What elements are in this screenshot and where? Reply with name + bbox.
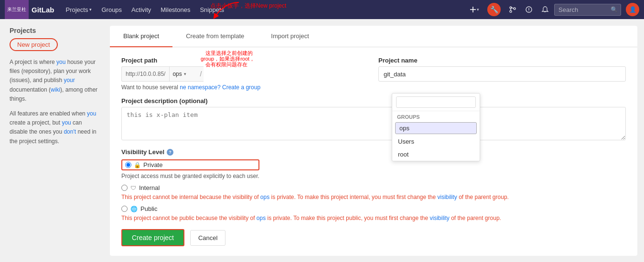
public-option-container: 🌐 Public This project cannot be public b…: [121, 205, 501, 222]
sidebar: Projects New project A project is where …: [0, 19, 110, 262]
issues-icon[interactable]: [522, 0, 536, 19]
project-desc-input[interactable]: [121, 107, 626, 140]
link-wiki[interactable]: wiki: [51, 86, 60, 93]
project-desc-label: Project description (optional): [121, 97, 626, 105]
cn-annotation-3: 会有权限问题存在: [205, 61, 247, 68]
sidebar-description2: All features are enabled when you create…: [10, 109, 100, 146]
internal-option-container: 🛡 Internal This project cannot be intern…: [121, 184, 509, 201]
link-your[interactable]: your: [64, 77, 75, 84]
project-name-label: Project name: [378, 57, 626, 64]
main-content: Projects New project A project is where …: [0, 19, 644, 262]
create-group-link[interactable]: ne namespace? Create a group: [180, 84, 260, 91]
private-radio-wrapper[interactable]: 🔒 Private: [121, 159, 259, 170]
path-slash: /: [198, 66, 204, 82]
public-radio-row: 🌐 Public: [121, 205, 501, 212]
namespace-hint: Want to house several ne namespace? Crea…: [121, 84, 369, 91]
svg-rect-1: [470, 9, 476, 10]
nav-right: ▾ 🔧: [466, 0, 639, 19]
new-item-button[interactable]: ▾: [466, 0, 483, 19]
issue-icon: [525, 6, 533, 13]
sidebar-description1: A project is where you house your files …: [10, 58, 100, 104]
info-icon[interactable]: ?: [167, 149, 173, 156]
create-project-button[interactable]: Create project: [121, 229, 184, 246]
private-desc: Project access must be granted explicitl…: [121, 172, 259, 180]
form-body: Project path http://10.0.0.85/ ops ▾ / W…: [110, 47, 637, 256]
svg-point-3: [510, 10, 512, 12]
dropdown-group-label: Groups: [392, 111, 480, 121]
sidebar-title: Projects: [10, 27, 100, 34]
project-desc-group: Project description (optional): [121, 97, 626, 142]
internal-error-desc: This project cannot be internal because …: [121, 193, 509, 201]
svg-point-8: [528, 10, 529, 11]
nav-projects[interactable]: Projects ▾: [61, 0, 97, 19]
visibility-internal-option: 🛡 Internal This project cannot be intern…: [121, 184, 626, 201]
project-tabs: Blank project Create from template Impor…: [110, 26, 637, 47]
link-dont[interactable]: don't: [64, 128, 76, 135]
chevron-down-icon: ▾: [89, 7, 92, 12]
visibility-section: Visibility Level ? 🔒 Private Project acc…: [121, 148, 626, 222]
link-you2[interactable]: you: [87, 110, 96, 117]
arrow-annotation: [205, 0, 244, 21]
notifications-icon[interactable]: [538, 0, 552, 19]
top-navigation: 来兰亚杜 GitLab Projects ▾ Groups Activity M…: [0, 0, 644, 19]
tab-blank-project[interactable]: Blank project: [110, 26, 172, 47]
shield-icon: 🛡: [130, 185, 136, 191]
merge-requests-icon[interactable]: [505, 0, 520, 19]
namespace-dropdown: Groups ops Users root: [392, 93, 480, 161]
dropdown-search-input[interactable]: [396, 96, 476, 108]
link-you3[interactable]: you: [62, 119, 71, 126]
project-name-group: Project name: [378, 57, 626, 91]
private-option-container: 🔒 Private Project access must be granted…: [121, 159, 259, 180]
form-actions: Create project Cancel: [121, 229, 626, 246]
search-container: 🔍: [554, 4, 621, 16]
tab-create-from-template[interactable]: Create from template: [172, 26, 258, 47]
private-radio[interactable]: [125, 162, 131, 168]
internal-radio[interactable]: [121, 185, 128, 191]
internal-radio-row: 🛡 Internal: [121, 184, 509, 191]
nav-activity[interactable]: Activity: [127, 0, 156, 19]
svg-point-4: [514, 8, 515, 10]
path-prefix: http://10.0.0.85/: [121, 66, 169, 82]
dropdown-item-ops[interactable]: ops: [395, 122, 477, 134]
merge-request-icon: [509, 6, 516, 13]
nav-groups[interactable]: Groups: [97, 0, 127, 19]
nav-milestones[interactable]: Milestones: [156, 0, 195, 19]
new-project-button[interactable]: New project: [10, 38, 58, 51]
public-radio[interactable]: [121, 206, 128, 212]
visibility-public-option: 🌐 Public This project cannot be public b…: [121, 205, 626, 222]
dropdown-arrow-icon: ▾: [477, 7, 479, 12]
admin-wrench-button[interactable]: 🔧: [487, 3, 501, 16]
namespace-caret-icon: ▾: [184, 72, 186, 76]
user-avatar[interactable]: 👤: [626, 3, 639, 16]
plus-icon: [470, 6, 476, 13]
bell-icon: [541, 6, 549, 13]
visibility-private-option: 🔒 Private Project access must be granted…: [121, 159, 626, 180]
project-name-input[interactable]: [378, 66, 626, 82]
path-name-row: Project path http://10.0.0.85/ ops ▾ / W…: [121, 57, 626, 91]
lock-icon: 🔒: [134, 162, 141, 168]
tab-import-project[interactable]: Import project: [258, 26, 322, 47]
globe-icon: 🌐: [130, 206, 138, 212]
search-icon: 🔍: [611, 6, 618, 13]
dropdown-item-root[interactable]: root: [392, 148, 480, 161]
dropdown-item-users[interactable]: Users: [392, 135, 480, 148]
cancel-button[interactable]: Cancel: [190, 230, 225, 246]
visibility-label: Visibility Level ?: [121, 148, 626, 156]
brand-name: GitLab: [32, 6, 54, 14]
namespace-selector[interactable]: ops ▾: [169, 66, 198, 82]
link-you1[interactable]: you: [56, 59, 65, 65]
dropdown-search-row: [392, 94, 480, 111]
public-error-desc: This project cannot be public because th…: [121, 214, 501, 222]
path-input-row: http://10.0.0.85/ ops ▾ /: [121, 66, 369, 82]
form-area: 这里选择之前创建的 group，如果选择root， 会有权限问题存在 Blank…: [110, 19, 644, 262]
app-logo: 来兰亚杜: [5, 0, 29, 19]
create-project-panel: Blank project Create from template Impor…: [110, 26, 637, 256]
